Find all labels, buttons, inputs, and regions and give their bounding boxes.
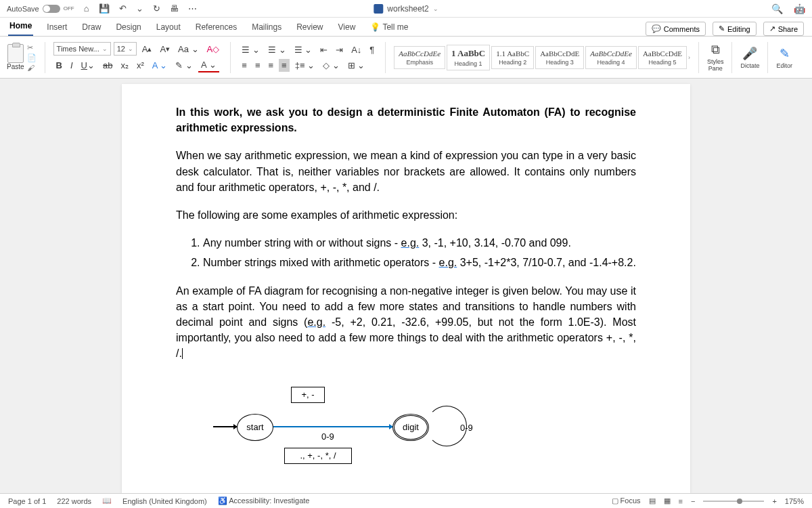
doc-paragraph: The following are some examples of arith… <box>176 207 636 223</box>
loop-label: 0-9 <box>460 422 473 435</box>
spell-check-icon[interactable]: 📖 <box>102 496 112 505</box>
style-heading4[interactable]: AaBbCcDdEeHeading 4 <box>585 46 637 69</box>
print-layout-icon[interactable]: ▦ <box>664 496 671 505</box>
italic-icon[interactable]: I <box>68 59 76 72</box>
tab-home[interactable]: Home <box>8 17 33 36</box>
underline-icon[interactable]: U ⌄ <box>78 59 97 72</box>
status-bar: Page 1 of 1 222 words 📖 English (United … <box>0 493 812 508</box>
tab-draw[interactable]: Draw <box>81 18 102 36</box>
align-right-icon[interactable]: ≡ <box>265 59 276 72</box>
tab-insert[interactable]: Insert <box>45 18 68 36</box>
numbering-icon[interactable]: ☰ ⌄ <box>265 43 289 56</box>
state-start: start <box>237 414 273 441</box>
copy-icon[interactable]: 📄 <box>27 54 37 62</box>
zoom-out-icon[interactable]: − <box>691 497 695 505</box>
style-heading3[interactable]: AaBbCcDdEHeading 3 <box>535 46 584 69</box>
zoom-slider[interactable] <box>703 501 764 502</box>
sort-icon[interactable]: A↓ <box>348 43 364 56</box>
home-icon[interactable]: ⌂ <box>84 3 89 14</box>
shading-icon[interactable]: ◇ ⌄ <box>320 59 342 72</box>
tab-layout[interactable]: Layout <box>155 18 182 36</box>
tab-review[interactable]: Review <box>295 18 324 36</box>
tab-mailings[interactable]: Mailings <box>250 18 283 36</box>
styles-pane-button[interactable]: ⧉ Styles Pane <box>707 43 724 72</box>
tab-view[interactable]: View <box>337 18 357 36</box>
language-indicator[interactable]: English (United Kingdom) <box>122 497 207 505</box>
transition-box-top: +, - <box>291 387 325 403</box>
line-spacing-icon[interactable]: ‡≡ ⌄ <box>292 59 317 72</box>
titlebar-right: 🔍 🤖 <box>771 3 805 14</box>
justify-icon[interactable]: ≡ <box>279 59 290 72</box>
document-area[interactable]: In this work, we ask you to design a det… <box>0 79 812 493</box>
focus-mode-button[interactable]: ▢ Focus <box>612 496 641 505</box>
editor-button[interactable]: ✎ Editor <box>776 46 792 69</box>
change-case-icon[interactable]: Aa ⌄ <box>175 43 202 56</box>
editor-icon: ✎ <box>780 46 790 61</box>
shrink-font-icon[interactable]: A▾ <box>157 43 173 56</box>
undo-icon[interactable]: ↶ <box>119 3 127 14</box>
doc-paragraph: In this work, we ask you to design a det… <box>176 104 636 135</box>
editing-button[interactable]: ✎ Editing <box>713 22 757 36</box>
text-effects-icon[interactable]: A ⌄ <box>150 59 171 72</box>
style-heading2[interactable]: 1.1 AaBbCHeading 2 <box>491 46 534 69</box>
autosave-toggle[interactable]: AutoSave OFF <box>7 5 74 13</box>
print-icon[interactable]: 🖶 <box>170 3 179 14</box>
style-emphasis[interactable]: AaBbCcDdEeEmphasis <box>394 46 445 69</box>
page-indicator[interactable]: Page 1 of 1 <box>8 497 46 505</box>
style-more-icon[interactable]: › <box>688 54 690 61</box>
search-icon[interactable]: 🔍 <box>771 3 783 14</box>
web-layout-icon[interactable]: ≡ <box>679 497 683 505</box>
ribbon-tabs: Home Insert Draw Design Layout Reference… <box>0 18 812 37</box>
multilevel-icon[interactable]: ☰ ⌄ <box>292 43 315 56</box>
list-item: Any number string with or without signs … <box>203 235 636 251</box>
strike-icon[interactable]: ab <box>100 59 115 72</box>
share-button[interactable]: ↗ Share <box>763 22 804 36</box>
more-icon[interactable]: ⋯ <box>188 3 197 14</box>
fa-diagram: start +, - 0-9 ., +, -, *, / digit 0-9 <box>176 373 636 468</box>
tab-tellme[interactable]: 💡 Tell me <box>369 18 409 36</box>
comments-button[interactable]: 💬 Comments <box>646 22 706 36</box>
style-heading5[interactable]: AaBbCcDdEHeading 5 <box>638 46 687 69</box>
redo-icon[interactable]: ↻ <box>153 3 160 14</box>
styles-pane-icon: ⧉ <box>711 43 720 57</box>
superscript-icon[interactable]: x² <box>134 59 147 72</box>
align-center-icon[interactable]: ≡ <box>252 59 263 72</box>
tab-references[interactable]: References <box>194 18 238 36</box>
font-name-select[interactable]: Times New... ⌄ <box>53 42 111 56</box>
increase-indent-icon[interactable]: ⇥ <box>333 43 346 56</box>
toggle-icon[interactable] <box>43 5 60 13</box>
doc-paragraph: An example of FA diagram for recognising… <box>176 283 636 362</box>
paste-button[interactable]: Paste <box>7 44 24 70</box>
bullets-icon[interactable]: ☰ ⌄ <box>239 43 263 56</box>
align-left-icon[interactable]: ≡ <box>239 59 250 72</box>
zoom-in-icon[interactable]: + <box>772 497 776 505</box>
undo-dropdown[interactable]: ⌄ <box>136 3 143 14</box>
format-painter-icon[interactable]: 🖌 <box>27 64 37 72</box>
dictate-button[interactable]: 🎤 Dictate <box>740 46 759 69</box>
tab-design[interactable]: Design <box>114 18 142 36</box>
chevron-down-icon[interactable]: ⌄ <box>433 5 438 12</box>
page[interactable]: In this work, we ask you to design a det… <box>122 84 690 493</box>
clear-format-icon[interactable]: A◇ <box>204 43 223 56</box>
style-gallery: AaBbCcDdEeEmphasis 1 AaBbCHeading 1 1.1 … <box>394 45 690 70</box>
bold-icon[interactable]: B <box>53 59 65 72</box>
state-digit: digit <box>392 414 429 441</box>
font-size-select[interactable]: 12 ⌄ <box>114 42 137 56</box>
accessibility-indicator[interactable]: ♿ Accessibility: Investigate <box>218 496 310 505</box>
save-icon[interactable]: 💾 <box>99 3 110 14</box>
decrease-indent-icon[interactable]: ⇤ <box>317 43 330 56</box>
transition-label: 0-9 <box>321 431 334 444</box>
subscript-icon[interactable]: x₂ <box>118 59 131 72</box>
paragraph-mark-icon[interactable]: ¶ <box>367 43 377 56</box>
zoom-level[interactable]: 175% <box>785 497 804 505</box>
word-count[interactable]: 222 words <box>57 497 91 505</box>
borders-icon[interactable]: ⊞ ⌄ <box>345 59 368 72</box>
robot-icon[interactable]: 🤖 <box>794 3 805 14</box>
style-heading1[interactable]: 1 AaBbCHeading 1 <box>447 45 490 70</box>
read-mode-icon[interactable]: ▤ <box>649 496 656 505</box>
font-color-icon[interactable]: A ⌄ <box>198 58 219 72</box>
highlight-icon[interactable]: ✎ ⌄ <box>173 59 196 72</box>
grow-font-icon[interactable]: A▴ <box>139 43 155 56</box>
cut-icon[interactable]: ✂ <box>27 43 37 52</box>
document-title[interactable]: worksheet2 ⌄ <box>374 4 438 14</box>
